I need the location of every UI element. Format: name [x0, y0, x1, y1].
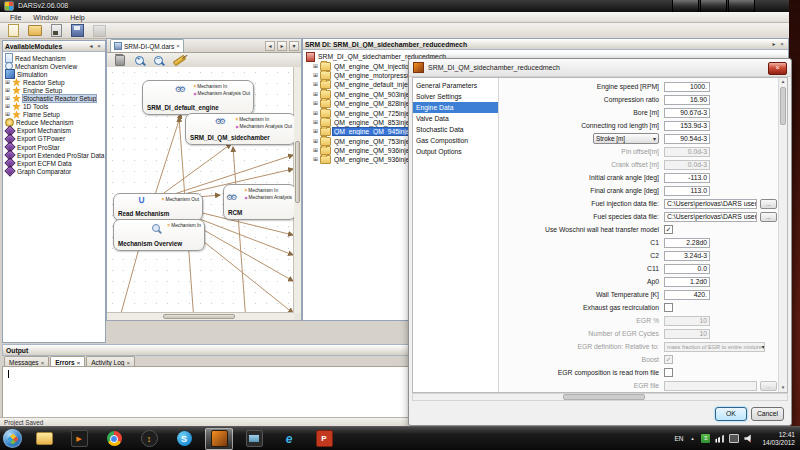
wall-temperature-k-input[interactable]: 420. — [664, 290, 710, 300]
node-srm-di-qm-sidechamber[interactable]: Mechanism In Mechanism Analysis Out SRM_… — [185, 113, 294, 145]
connecting-rod-length-m-input[interactable]: 153.9d-3 — [664, 121, 710, 131]
use-woschni-wall-heat-transfer-model-checkbox[interactable] — [664, 225, 673, 234]
clean-icon[interactable] — [173, 54, 187, 66]
dialog-nav-item[interactable]: Stochastic Data — [413, 124, 498, 135]
port-mechanism-in[interactable]: Mechanism In — [193, 84, 250, 91]
menu-item[interactable]: Window — [27, 14, 64, 21]
close-icon[interactable] — [77, 360, 81, 366]
stroke-m-dropdown[interactable]: Stroke [m] — [593, 133, 659, 144]
expand-icon[interactable] — [5, 87, 12, 94]
module-item[interactable]: 1D Tools — [3, 103, 105, 111]
scroll-right-icon[interactable] — [277, 41, 287, 51]
scrollbar-thumb[interactable] — [780, 87, 786, 125]
dialog-nav-item[interactable]: Valve Data — [413, 113, 498, 124]
expand-icon[interactable] — [313, 128, 320, 135]
final-crank-angle-deg-input[interactable]: 113.0 — [664, 186, 710, 196]
dialog-nav-item[interactable]: Solver Settings — [413, 91, 498, 102]
stroke-m-input[interactable]: 90.54d-3 — [664, 134, 710, 144]
expand-icon[interactable] — [313, 100, 320, 107]
expand-icon[interactable] — [313, 63, 320, 70]
scrollbar-thumb[interactable] — [563, 394, 645, 400]
delete-icon[interactable] — [115, 55, 125, 66]
toolbar-icon[interactable] — [93, 25, 106, 37]
node-mechanism-overview[interactable]: Mechanism In Mechanism Overview — [113, 219, 205, 251]
menu-item[interactable]: File — [4, 14, 27, 21]
toolbar-icon[interactable] — [51, 24, 62, 37]
module-item[interactable]: Mechanism Overview — [3, 62, 105, 70]
scrollbar-thumb[interactable] — [163, 314, 235, 319]
expand-icon[interactable] — [313, 119, 320, 126]
module-item[interactable]: Export ECFM Data — [3, 159, 105, 167]
taskbar-icon[interactable] — [275, 428, 303, 450]
expand-icon[interactable] — [313, 156, 320, 163]
tray-icon[interactable] — [729, 434, 739, 443]
module-item[interactable]: Export ProStar — [3, 143, 105, 151]
module-item[interactable]: Reactor Setup — [3, 78, 105, 86]
initial-crank-angle-deg-input[interactable]: -113.0 — [664, 173, 710, 183]
port-mechanism-analysis-out[interactable]: Mechanism Analysis Out — [235, 124, 292, 131]
compression-ratio-input[interactable]: 16.90 — [664, 95, 710, 105]
ok-button[interactable]: OK — [715, 407, 747, 421]
egr-input[interactable]: 10 — [664, 316, 710, 326]
close-icon[interactable] — [176, 43, 180, 49]
fuel-injection-data-file-input[interactable]: C:\Users\perlovas\DARS userfiles\P — [664, 199, 757, 209]
module-item[interactable]: Graph Comparator — [3, 167, 105, 175]
expand-icon[interactable] — [5, 111, 12, 118]
pin-offset-m-input[interactable]: 0.0d-3 — [664, 147, 710, 157]
boost-checkbox[interactable] — [664, 355, 673, 364]
taskbar-icon[interactable] — [205, 428, 233, 450]
tray-icon[interactable] — [688, 434, 696, 443]
port-mechanism-in[interactable]: Mechanism In — [167, 223, 201, 230]
taskbar-icon[interactable] — [240, 428, 268, 450]
node-read-mechanism[interactable]: Mechanism Out Read Mechanism — [113, 193, 203, 221]
port-mechanism-in[interactable]: Mechanism In — [244, 188, 292, 195]
taskbar-icon[interactable] — [135, 428, 163, 450]
dialog-nav-item[interactable]: Output Options — [413, 146, 498, 157]
language-indicator[interactable]: EN — [674, 435, 683, 442]
module-item[interactable]: Simulation — [3, 70, 105, 78]
close-icon[interactable] — [41, 360, 45, 366]
module-item[interactable]: Stochastic Reactor Setup — [3, 94, 105, 102]
dialog-nav-item[interactable]: General Parameters — [413, 80, 498, 91]
module-item[interactable]: Engine Setup — [3, 86, 105, 94]
c2-input[interactable]: 3.24d-3 — [664, 251, 710, 261]
module-item[interactable]: Export Extended ProStar Data — [3, 151, 105, 159]
module-item[interactable]: Flame Setup — [3, 111, 105, 119]
expand-icon[interactable] — [5, 79, 12, 86]
diagram-tab[interactable]: SRM-DI-QM.dars — [110, 39, 184, 52]
taskbar-icon[interactable] — [65, 428, 93, 450]
taskbar-icon[interactable] — [100, 428, 128, 450]
module-item[interactable]: Export GTPower — [3, 135, 105, 143]
port-mechanism-out[interactable]: Mechanism Out — [162, 197, 199, 204]
fuel-species-data-file-browse-button[interactable]: ... — [760, 212, 777, 222]
expand-icon[interactable] — [313, 91, 320, 98]
port-mechanism-analysis[interactable]: Mechanism Analysis — [244, 195, 292, 202]
number-of-egr-cycles-input[interactable]: 10 — [664, 329, 710, 339]
toolbar-icon[interactable] — [8, 24, 19, 37]
clock[interactable]: 12:41 14/03/2012 — [762, 431, 795, 447]
menu-item[interactable]: Help — [64, 14, 90, 21]
expand-icon[interactable] — [5, 103, 12, 110]
start-button[interactable] — [3, 429, 22, 448]
expand-icon[interactable] — [313, 110, 320, 117]
taskbar-icon[interactable] — [30, 428, 58, 450]
node-srm-di-default-engine[interactable]: Mechanism In Mechanism Analysis Out SRM_… — [142, 80, 254, 115]
bore-m-input[interactable]: 90.67d-3 — [664, 108, 710, 118]
crank-offset-m-input[interactable]: 0.0d-3 — [664, 160, 710, 170]
egr-file-input[interactable] — [664, 381, 757, 391]
scroll-left-icon[interactable] — [265, 41, 275, 51]
scroll-down-icon[interactable] — [779, 384, 787, 392]
zoom-in-icon[interactable] — [135, 56, 144, 65]
fuel-species-data-file-input[interactable]: C:\Users\perlovas\DARS userfiles\P — [664, 212, 757, 222]
port-mechanism-analysis-out[interactable]: Mechanism Analysis Out — [193, 91, 250, 98]
toolbar-icon[interactable] — [28, 25, 42, 36]
dialog-title-bar[interactable]: SRM_DI_QM_sidechamber_reducedmech — [409, 59, 791, 77]
expand-icon[interactable] — [313, 147, 320, 154]
vertical-scrollbar[interactable] — [293, 67, 301, 313]
horizontal-scrollbar[interactable] — [107, 312, 294, 320]
engine-speed-rpm-input[interactable]: 1000. — [664, 82, 710, 92]
exhaust-gas-recirculation-checkbox[interactable] — [664, 303, 673, 312]
module-item[interactable]: Reduce Mechanism — [3, 119, 105, 127]
egr-file-browse-button[interactable]: ... — [760, 381, 777, 391]
expand-icon[interactable] — [770, 40, 778, 48]
